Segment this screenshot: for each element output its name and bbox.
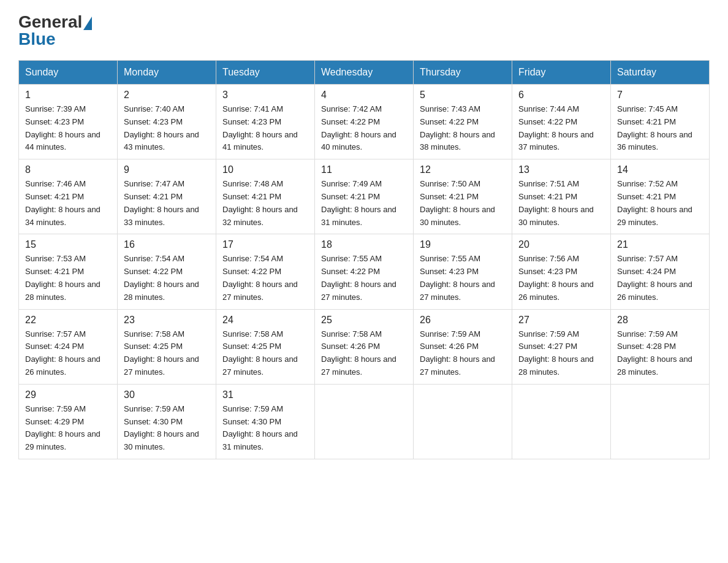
calendar-cell: 1 Sunrise: 7:39 AMSunset: 4:23 PMDayligh… [19,85,118,159]
week-row: 29 Sunrise: 7:59 AMSunset: 4:29 PMDaylig… [19,384,710,459]
calendar-cell: 13 Sunrise: 7:51 AMSunset: 4:21 PMDaylig… [512,159,611,234]
day-number: 13 [518,164,604,175]
day-info: Sunrise: 7:51 AMSunset: 4:21 PMDaylight:… [518,179,594,226]
calendar-cell: 23 Sunrise: 7:58 AMSunset: 4:25 PMDaylig… [118,309,216,384]
day-number: 7 [617,90,703,101]
day-info: Sunrise: 7:59 AMSunset: 4:30 PMDaylight:… [124,404,199,451]
calendar-cell: 11 Sunrise: 7:49 AMSunset: 4:21 PMDaylig… [315,159,414,234]
day-number: 21 [617,239,703,250]
day-info: Sunrise: 7:45 AMSunset: 4:21 PMDaylight:… [617,104,692,151]
calendar-cell: 2 Sunrise: 7:40 AMSunset: 4:23 PMDayligh… [118,85,216,159]
day-number: 30 [124,389,210,400]
day-info: Sunrise: 7:54 AMSunset: 4:22 PMDaylight:… [124,254,199,301]
day-number: 18 [321,239,407,250]
day-number: 27 [518,315,604,326]
calendar-cell: 16 Sunrise: 7:54 AMSunset: 4:22 PMDaylig… [118,234,216,309]
day-info: Sunrise: 7:58 AMSunset: 4:25 PMDaylight:… [222,329,298,377]
day-info: Sunrise: 7:59 AMSunset: 4:29 PMDaylight:… [25,404,100,451]
day-of-week-header: Thursday [414,61,512,85]
day-info: Sunrise: 7:39 AMSunset: 4:23 PMDaylight:… [25,104,100,151]
day-info: Sunrise: 7:59 AMSunset: 4:27 PMDaylight:… [518,329,594,377]
day-info: Sunrise: 7:59 AMSunset: 4:28 PMDaylight:… [617,329,692,377]
calendar-cell: 27 Sunrise: 7:59 AMSunset: 4:27 PMDaylig… [512,309,611,384]
calendar-cell: 20 Sunrise: 7:56 AMSunset: 4:23 PMDaylig… [512,234,611,309]
calendar-cell: 21 Sunrise: 7:57 AMSunset: 4:24 PMDaylig… [611,234,710,309]
calendar-cell [315,384,414,459]
day-info: Sunrise: 7:49 AMSunset: 4:21 PMDaylight:… [321,179,396,226]
calendar-cell: 3 Sunrise: 7:41 AMSunset: 4:23 PMDayligh… [216,85,315,159]
calendar-cell: 12 Sunrise: 7:50 AMSunset: 4:21 PMDaylig… [414,159,512,234]
day-number: 6 [518,90,604,101]
calendar-header-row: SundayMondayTuesdayWednesdayThursdayFrid… [19,61,710,85]
day-info: Sunrise: 7:55 AMSunset: 4:22 PMDaylight:… [321,254,396,301]
logo-triangle-icon [83,17,92,30]
logo-blue-text: Blue [18,29,56,48]
day-info: Sunrise: 7:40 AMSunset: 4:23 PMDaylight:… [124,104,199,151]
day-number: 8 [25,164,111,175]
calendar-cell: 31 Sunrise: 7:59 AMSunset: 4:30 PMDaylig… [216,384,315,459]
day-number: 14 [617,164,703,175]
calendar-cell: 15 Sunrise: 7:53 AMSunset: 4:21 PMDaylig… [19,234,118,309]
day-of-week-header: Wednesday [315,61,414,85]
logo: General Blue [18,12,93,49]
calendar-cell [611,384,710,459]
calendar-cell: 25 Sunrise: 7:58 AMSunset: 4:26 PMDaylig… [315,309,414,384]
day-info: Sunrise: 7:57 AMSunset: 4:24 PMDaylight:… [617,254,692,301]
day-info: Sunrise: 7:53 AMSunset: 4:21 PMDaylight:… [25,254,100,301]
calendar-cell: 26 Sunrise: 7:59 AMSunset: 4:26 PMDaylig… [414,309,512,384]
day-number: 5 [420,90,506,101]
day-info: Sunrise: 7:58 AMSunset: 4:26 PMDaylight:… [321,329,396,377]
day-info: Sunrise: 7:55 AMSunset: 4:23 PMDaylight:… [420,254,495,301]
calendar-cell: 10 Sunrise: 7:48 AMSunset: 4:21 PMDaylig… [216,159,315,234]
calendar-cell: 8 Sunrise: 7:46 AMSunset: 4:21 PMDayligh… [19,159,118,234]
calendar-cell: 9 Sunrise: 7:47 AMSunset: 4:21 PMDayligh… [118,159,216,234]
week-row: 15 Sunrise: 7:53 AMSunset: 4:21 PMDaylig… [19,234,710,309]
day-info: Sunrise: 7:50 AMSunset: 4:21 PMDaylight:… [420,179,495,226]
day-of-week-header: Sunday [19,61,118,85]
day-number: 4 [321,90,407,101]
calendar-cell: 28 Sunrise: 7:59 AMSunset: 4:28 PMDaylig… [611,309,710,384]
day-info: Sunrise: 7:59 AMSunset: 4:30 PMDaylight:… [222,404,298,451]
calendar-cell: 7 Sunrise: 7:45 AMSunset: 4:21 PMDayligh… [611,85,710,159]
day-info: Sunrise: 7:46 AMSunset: 4:21 PMDaylight:… [25,179,100,226]
day-number: 31 [222,389,308,400]
day-info: Sunrise: 7:54 AMSunset: 4:22 PMDaylight:… [222,254,298,301]
calendar-cell: 14 Sunrise: 7:52 AMSunset: 4:21 PMDaylig… [611,159,710,234]
day-number: 15 [25,239,111,250]
calendar-cell: 30 Sunrise: 7:59 AMSunset: 4:30 PMDaylig… [118,384,216,459]
day-number: 29 [25,389,111,400]
day-number: 9 [124,164,210,175]
day-number: 17 [222,239,308,250]
day-number: 26 [420,315,506,326]
week-row: 1 Sunrise: 7:39 AMSunset: 4:23 PMDayligh… [19,85,710,159]
day-number: 20 [518,239,604,250]
day-of-week-header: Saturday [611,61,710,85]
day-number: 12 [420,164,506,175]
day-number: 25 [321,315,407,326]
day-info: Sunrise: 7:58 AMSunset: 4:25 PMDaylight:… [124,329,199,377]
calendar-cell: 5 Sunrise: 7:43 AMSunset: 4:22 PMDayligh… [414,85,512,159]
week-row: 22 Sunrise: 7:57 AMSunset: 4:24 PMDaylig… [19,309,710,384]
day-info: Sunrise: 7:41 AMSunset: 4:23 PMDaylight:… [222,104,298,151]
day-info: Sunrise: 7:52 AMSunset: 4:21 PMDaylight:… [617,179,692,226]
calendar-cell [512,384,611,459]
day-number: 11 [321,164,407,175]
day-number: 16 [124,239,210,250]
day-info: Sunrise: 7:57 AMSunset: 4:24 PMDaylight:… [25,329,100,377]
calendar-cell: 6 Sunrise: 7:44 AMSunset: 4:22 PMDayligh… [512,85,611,159]
day-number: 22 [25,315,111,326]
week-row: 8 Sunrise: 7:46 AMSunset: 4:21 PMDayligh… [19,159,710,234]
calendar-cell: 19 Sunrise: 7:55 AMSunset: 4:23 PMDaylig… [414,234,512,309]
day-number: 3 [222,90,308,101]
day-number: 10 [222,164,308,175]
calendar-cell: 17 Sunrise: 7:54 AMSunset: 4:22 PMDaylig… [216,234,315,309]
header: General Blue [18,12,710,49]
calendar-cell: 18 Sunrise: 7:55 AMSunset: 4:22 PMDaylig… [315,234,414,309]
day-info: Sunrise: 7:48 AMSunset: 4:21 PMDaylight:… [222,179,298,226]
day-number: 19 [420,239,506,250]
day-info: Sunrise: 7:47 AMSunset: 4:21 PMDaylight:… [124,179,199,226]
calendar-cell: 29 Sunrise: 7:59 AMSunset: 4:29 PMDaylig… [19,384,118,459]
day-info: Sunrise: 7:43 AMSunset: 4:22 PMDaylight:… [420,104,495,151]
day-number: 2 [124,90,210,101]
day-info: Sunrise: 7:59 AMSunset: 4:26 PMDaylight:… [420,329,495,377]
